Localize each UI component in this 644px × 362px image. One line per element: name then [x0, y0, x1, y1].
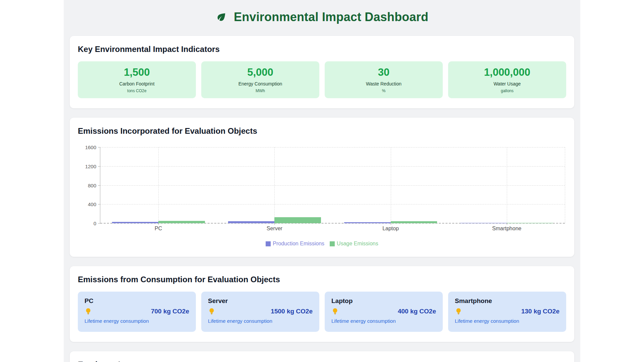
bar-production-emissions-pc[interactable] — [112, 222, 159, 223]
device-name: Server — [208, 297, 313, 305]
y-axis-label-1200: 1200 — [85, 163, 96, 169]
kpi-section-title: Key Environmental Impact Indicators — [78, 45, 566, 54]
lightbulb-icon — [208, 308, 215, 315]
y-axis-label-0: 0 — [94, 221, 96, 226]
device-description: Lifetime energy consumption — [331, 318, 436, 324]
bar-production-emissions-smartphone[interactable] — [460, 223, 507, 223]
bar-group-server — [216, 147, 332, 223]
device-emission-value: 400 kg CO2e — [398, 308, 436, 315]
y-axis-label-800: 800 — [88, 182, 96, 188]
device-value-row: 130 kg CO2e — [455, 308, 559, 315]
y-axis-label-1600: 1600 — [85, 144, 96, 150]
kpi-grid: 1,500 Carbon Footprint tons CO2e 5,000 E… — [78, 61, 566, 98]
bar-group-smartphone — [449, 147, 565, 223]
kpi-metric-unit: tons CO2e — [127, 88, 146, 93]
dashboard-page: Environmental Impact Dashboard Key Envir… — [64, 0, 580, 362]
device-card: Smartphone 130 kg CO2e Lifetime energy c… — [448, 292, 566, 332]
device-name: Laptop — [331, 297, 436, 305]
y-tick-mark — [98, 147, 100, 147]
kpi-metric-value: 5,000 — [247, 66, 273, 78]
legend-swatch — [266, 241, 271, 246]
y-axis-label-400: 400 — [88, 201, 96, 207]
chart-plot-area: 040080012001600PCServerLaptopSmartphone — [100, 147, 565, 223]
kpi-metric-value: 1,000,000 — [484, 66, 530, 78]
bar-production-emissions-server[interactable] — [228, 221, 275, 223]
x-tick-mark — [507, 223, 507, 225]
legend-label: Production Emissions — [273, 241, 324, 247]
x-category-label-smartphone: Smartphone — [449, 226, 565, 232]
kpi-metric-label: Carbon Footprint — [119, 81, 154, 87]
y-tick-mark — [98, 204, 100, 204]
bar-usage-emissions-pc[interactable] — [158, 221, 205, 223]
leaf-icon — [216, 11, 227, 26]
kpi-section-card: Key Environmental Impact Indicators 1,50… — [70, 36, 574, 108]
device-emission-value: 130 kg CO2e — [521, 308, 559, 315]
device-description: Lifetime energy consumption — [455, 318, 559, 324]
kpi-metric-box: 30 Waste Reduction % — [325, 61, 443, 98]
legend-item-production-emissions[interactable]: Production Emissions — [266, 241, 324, 247]
device-value-row: 700 kg CO2e — [85, 308, 189, 315]
y-tick-mark — [98, 223, 100, 224]
x-category-label-pc: PC — [100, 226, 216, 232]
lightbulb-icon — [85, 308, 92, 315]
page-title: Environmental Impact Dashboard — [70, 10, 574, 26]
device-card: Server 1500 kg CO2e Lifetime energy cons… — [201, 292, 319, 332]
consumption-section-card: Emissions from Consumption for Evaluatio… — [70, 266, 574, 342]
kpi-metric-box: 1,500 Carbon Footprint tons CO2e — [78, 61, 196, 98]
legend-label: Usage Emissions — [337, 241, 378, 247]
legend-swatch — [330, 241, 335, 246]
legend-item-usage-emissions[interactable]: Usage Emissions — [330, 241, 378, 247]
kpi-metric-unit: MWh — [256, 88, 265, 93]
device-card: Laptop 400 kg CO2e Lifetime energy consu… — [325, 292, 443, 332]
bar-usage-emissions-laptop[interactable] — [391, 221, 437, 223]
device-card: PC 700 kg CO2e Lifetime energy consumpti… — [78, 292, 196, 332]
lightbulb-icon — [331, 308, 339, 315]
x-tick-mark — [158, 223, 159, 225]
device-emission-value: 700 kg CO2e — [151, 308, 189, 315]
kpi-metric-unit: % — [382, 88, 386, 93]
x-tick-mark — [274, 223, 275, 225]
kpi-metric-label: Waste Reduction — [366, 81, 401, 87]
kpi-metric-value: 1,500 — [124, 66, 150, 78]
chart-section-card: Emissions Incorporated for Evaluation Ob… — [70, 118, 574, 257]
kpi-metric-box: 1,000,000 Water Usage gallons — [448, 61, 566, 98]
x-category-label-laptop: Laptop — [333, 226, 449, 232]
x-category-label-server: Server — [216, 226, 332, 232]
x-tick-mark — [391, 223, 391, 225]
device-value-row: 400 kg CO2e — [331, 308, 436, 315]
device-description: Lifetime energy consumption — [208, 318, 313, 324]
bar-usage-emissions-smartphone[interactable] — [507, 223, 553, 223]
device-name: Smartphone — [455, 297, 559, 305]
chart-section-title: Emissions Incorporated for Evaluation Ob… — [78, 126, 566, 136]
consumption-section-title: Emissions from Consumption for Evaluatio… — [78, 275, 566, 284]
device-description: Lifetime energy consumption — [85, 318, 189, 324]
bar-group-pc — [100, 147, 216, 223]
bar-usage-emissions-server[interactable] — [274, 217, 321, 223]
kpi-metric-label: Energy Consumption — [238, 81, 282, 87]
device-value-row: 1500 kg CO2e — [208, 308, 313, 315]
y-tick-mark — [98, 166, 100, 167]
kpi-metric-value: 30 — [378, 66, 389, 78]
device-emission-value: 1500 kg CO2e — [271, 308, 313, 315]
device-name: PC — [85, 297, 189, 305]
kpi-metric-label: Water Usage — [493, 81, 521, 87]
page-title-text: Environmental Impact Dashboard — [234, 10, 428, 24]
device-card-grid: PC 700 kg CO2e Lifetime energy consumpti… — [78, 292, 566, 332]
gridline-x-right-edge — [565, 147, 565, 223]
chart-legend: Production EmissionsUsage Emissions — [78, 241, 566, 247]
employee-section-card: Employee Impact — [70, 351, 574, 362]
emissions-bar-chart: 040080012001600PCServerLaptopSmartphone — [100, 147, 565, 223]
y-tick-mark — [98, 185, 100, 186]
kpi-metric-box: 5,000 Energy Consumption MWh — [201, 61, 319, 98]
bar-production-emissions-laptop[interactable] — [344, 222, 391, 223]
employee-section-title: Employee Impact — [78, 360, 566, 362]
lightbulb-icon — [455, 308, 462, 315]
bar-group-laptop — [333, 147, 449, 223]
kpi-metric-unit: gallons — [501, 88, 514, 93]
